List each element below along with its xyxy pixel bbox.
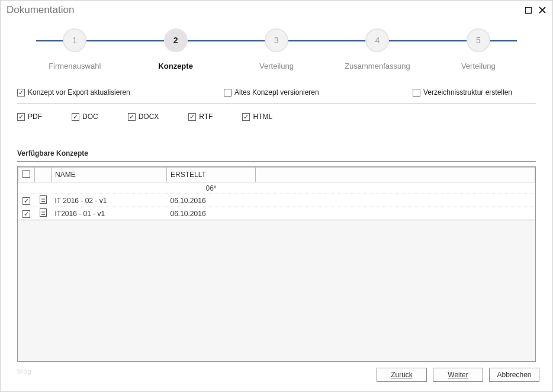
checkbox-icon [72, 113, 79, 121]
row-name: IT 2016 - 02 - v1 [52, 194, 167, 207]
step-circle: 4 [365, 28, 389, 52]
table-row[interactable]: IT 2016 - 02 - v1 06.10.2016 [18, 194, 535, 207]
header-name[interactable]: NAME [52, 168, 167, 182]
checkbox-html[interactable]: HTML [242, 113, 272, 121]
checkbox-icon [17, 113, 25, 121]
window-title: Dokumentation [7, 4, 524, 16]
step-circle: 1 [63, 28, 86, 52]
stepper: 1 Firmenauswahl 2 Konzepte 3 Verteilung … [1, 20, 552, 70]
row-created: 06.10.2016 [167, 194, 256, 207]
next-button[interactable]: Weiter [433, 368, 483, 382]
filter-row[interactable]: 06* [18, 182, 535, 194]
svg-rect-0 [525, 7, 531, 13]
step-circle: 3 [265, 28, 288, 52]
checkbox-label: Altes Konzept versionieren [234, 88, 319, 97]
step-circle: 5 [467, 28, 490, 52]
row-created: 06.10.2016 [167, 207, 256, 220]
options-row: Konzept vor Export aktualisieren Altes K… [17, 82, 536, 104]
step-5[interactable]: 5 Verteilung [428, 28, 529, 70]
header-blank [256, 168, 535, 182]
step-3[interactable]: 3 Verteilung [226, 28, 327, 70]
row-checkbox[interactable] [22, 210, 30, 218]
section-title: Verfügbare Konzepte [17, 149, 536, 158]
header-select-all[interactable] [18, 168, 35, 182]
window-controls [524, 6, 546, 14]
checkbox-label: HTML [253, 113, 272, 121]
table-row[interactable]: IT2016 - 01 - v1 06.10.2016 [18, 207, 535, 220]
filter-name[interactable] [52, 182, 167, 194]
formats-row: PDF DOC DOCX RTF HTML [17, 104, 536, 133]
checkbox-icon [242, 113, 250, 121]
step-label: Firmenauswahl [24, 62, 125, 70]
concepts-table: NAME ERSTELLT 06* IT 2016 - 02 - v1 06.1… [17, 166, 536, 362]
checkbox-icon [413, 89, 420, 97]
maximize-icon[interactable] [524, 6, 532, 14]
checkbox-doc[interactable]: DOC [72, 113, 98, 121]
step-4[interactable]: 4 Zusammenfassung [327, 28, 427, 70]
row-checkbox[interactable] [22, 197, 30, 205]
header-created[interactable]: ERSTELLT [167, 168, 256, 182]
checkbox-icon [22, 170, 30, 178]
table-header-row: NAME ERSTELLT [18, 168, 535, 182]
footer-buttons: Zurück Weiter Abbrechen [377, 368, 539, 382]
step-1[interactable]: 1 Firmenauswahl [24, 28, 125, 70]
document-icon [40, 208, 47, 217]
step-circle: 2 [164, 28, 188, 52]
header-icon [35, 168, 52, 182]
checkbox-label: DOCX [139, 113, 159, 121]
watermark: blog [17, 368, 32, 375]
back-button[interactable]: Zurück [377, 368, 427, 382]
checkbox-label: PDF [28, 113, 42, 121]
checkbox-label: RTF [199, 113, 213, 121]
checkbox-docx[interactable]: DOCX [128, 113, 159, 121]
step-label: Verteilung [226, 62, 327, 70]
checkbox-label: DOC [82, 113, 98, 121]
divider [17, 161, 536, 162]
checkbox-icon [224, 89, 232, 97]
checkbox-label: Konzept vor Export aktualisieren [28, 88, 130, 97]
document-icon [40, 195, 47, 204]
step-label: Zusammenfassung [327, 62, 427, 70]
checkbox-icon [128, 113, 136, 121]
checkbox-update-before-export[interactable]: Konzept vor Export aktualisieren [17, 88, 130, 97]
filter-created[interactable]: 06* [167, 182, 256, 194]
titlebar: Dokumentation [1, 1, 552, 20]
checkbox-label: Verzeichnisstruktur erstellen [423, 88, 512, 97]
checkbox-version-old[interactable]: Altes Konzept versionieren [224, 88, 319, 97]
step-label: Konzepte [125, 62, 226, 70]
checkbox-rtf[interactable]: RTF [188, 113, 213, 121]
close-icon[interactable] [538, 6, 546, 14]
checkbox-create-dir-structure[interactable]: Verzeichnisstruktur erstellen [413, 88, 512, 97]
step-2[interactable]: 2 Konzepte [125, 28, 226, 70]
row-name: IT2016 - 01 - v1 [52, 207, 167, 220]
checkbox-icon [17, 89, 25, 97]
cancel-button[interactable]: Abbrechen [489, 368, 539, 382]
checkbox-pdf[interactable]: PDF [17, 113, 42, 121]
checkbox-icon [188, 113, 196, 121]
step-label: Verteilung [428, 62, 529, 70]
